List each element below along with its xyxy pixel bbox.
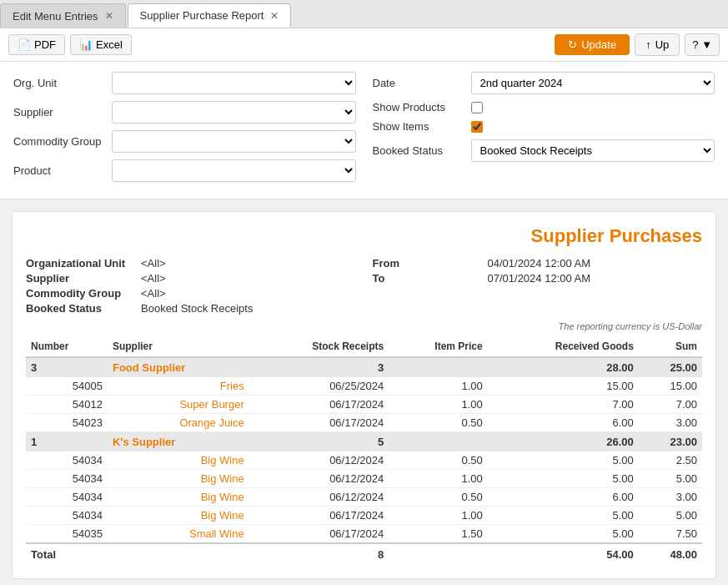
- meta-to-key: To: [373, 272, 481, 285]
- item-sum: 7.00: [639, 396, 702, 414]
- item-received-goods: 6.00: [488, 488, 639, 507]
- meta-commodity-value: <All>: [141, 287, 166, 300]
- item-name: Big Wine: [108, 470, 249, 488]
- table-group-row: 3 Food Supplier 3 28.00 25.00: [26, 357, 702, 377]
- date-label: Date: [373, 77, 464, 89]
- update-label: Update: [581, 38, 616, 51]
- table-row: 54012 Super Burger 06/17/2024 1.00 7.00 …: [26, 396, 702, 414]
- pdf-label: PDF: [34, 38, 56, 51]
- group-stock-receipts: 5: [249, 432, 389, 452]
- item-sum: 5.00: [639, 507, 702, 525]
- booked-status-label: Booked Status: [373, 144, 464, 157]
- tab-edit-menu[interactable]: Edit Menu Entries ✕: [0, 3, 126, 28]
- excel-button[interactable]: 📊 Excel: [70, 34, 132, 55]
- table-row: 54034 Big Wine 06/17/2024 1.00 5.00 5.00: [26, 507, 702, 525]
- item-number: 54012: [26, 396, 108, 414]
- tab-supplier-purchase[interactable]: Supplier Purchase Report ✕: [128, 3, 292, 28]
- up-button[interactable]: ↑ Up: [635, 33, 680, 56]
- group-id: 3: [26, 357, 108, 377]
- report-meta: Organizational Unit <All> Supplier <All>…: [26, 257, 702, 315]
- item-price: 0.50: [389, 451, 488, 470]
- item-date: 06/25/2024: [249, 377, 389, 396]
- item-date: 06/17/2024: [249, 414, 389, 432]
- item-number: 54034: [26, 488, 108, 507]
- report-table: Number Supplier Stock Receipts Item Pric…: [26, 336, 702, 565]
- item-number: 54034: [26, 507, 108, 525]
- item-sum: 5.00: [639, 470, 702, 488]
- item-name: Big Wine: [108, 488, 249, 507]
- total-sum: 48.00: [639, 543, 702, 565]
- item-sum: 3.00: [639, 414, 702, 432]
- total-label: Total: [26, 543, 249, 565]
- meta-from-key: From: [373, 257, 481, 270]
- group-name: Food Supplier: [108, 357, 249, 377]
- report-container: Supplier Purchases Organizational Unit <…: [12, 211, 716, 579]
- pdf-button[interactable]: 📄 PDF: [8, 34, 65, 55]
- meta-commodity-key: Commodity Group: [26, 287, 134, 300]
- table-group-row: 1 K's Supplier 5 26.00 23.00: [26, 432, 702, 452]
- meta-org-unit-key: Organizational Unit: [26, 257, 134, 270]
- item-name: Big Wine: [108, 507, 249, 525]
- show-items-checkbox[interactable]: [471, 121, 483, 133]
- group-item-price: [389, 432, 488, 452]
- commodity-group-select[interactable]: [112, 130, 356, 153]
- tab-close-supplier[interactable]: ✕: [270, 10, 279, 22]
- tab-close-edit-menu[interactable]: ✕: [105, 10, 113, 22]
- help-button[interactable]: ? ▼: [685, 33, 720, 56]
- item-sum: 7.50: [639, 525, 702, 544]
- group-received-goods: 26.00: [488, 432, 639, 452]
- product-select[interactable]: [112, 159, 356, 182]
- item-date: 06/17/2024: [249, 396, 389, 414]
- item-number: 54005: [26, 377, 108, 396]
- item-received-goods: 15.00: [488, 377, 639, 396]
- booked-status-select[interactable]: Booked Stock ReceiptsAllUnbooked: [471, 139, 715, 162]
- chevron-down-icon: ▼: [701, 38, 712, 51]
- group-sum: 23.00: [639, 432, 702, 452]
- table-row: 54035 Small Wine 06/17/2024 1.50 5.00 7.…: [26, 525, 702, 544]
- help-label: ?: [692, 38, 698, 51]
- col-supplier: Supplier: [108, 336, 249, 357]
- item-number: 54023: [26, 414, 108, 432]
- date-select[interactable]: 2nd quarter 2024: [471, 72, 715, 94]
- item-date: 06/12/2024: [249, 488, 389, 507]
- tabs-bar: Edit Menu Entries ✕ Supplier Purchase Re…: [0, 0, 728, 28]
- item-price: 1.00: [389, 507, 488, 525]
- total-received-goods: 54.00: [488, 543, 639, 565]
- item-date: 06/12/2024: [249, 470, 389, 488]
- group-sum: 25.00: [639, 357, 702, 377]
- excel-label: Excel: [96, 38, 123, 51]
- item-received-goods: 5.00: [488, 470, 639, 488]
- meta-from-value: 04/01/2024 12:00 AM: [488, 257, 591, 270]
- col-sum: Sum: [639, 336, 702, 357]
- item-price: 1.00: [389, 396, 488, 414]
- item-sum: 3.00: [639, 488, 702, 507]
- meta-booked-status-key: Booked Status: [26, 302, 134, 315]
- item-number: 54035: [26, 525, 108, 544]
- up-icon: ↑: [645, 38, 651, 51]
- item-name: Super Burger: [108, 396, 249, 414]
- group-stock-receipts: 3: [249, 357, 389, 377]
- table-total-row: Total 8 54.00 48.00: [26, 543, 702, 565]
- table-header-row: Number Supplier Stock Receipts Item Pric…: [26, 336, 702, 357]
- show-items-label: Show Items: [373, 120, 464, 133]
- update-button[interactable]: ↻ Update: [555, 34, 630, 55]
- meta-org-unit-value: <All>: [141, 257, 166, 270]
- table-row: 54034 Big Wine 06/12/2024 0.50 5.00 2.50: [26, 451, 702, 470]
- item-number: 54034: [26, 470, 108, 488]
- group-name: K's Supplier: [108, 432, 249, 452]
- item-price: 1.00: [389, 377, 488, 396]
- item-name: Orange Juice: [108, 414, 249, 432]
- total-item-price: [389, 543, 488, 565]
- table-row: 54005 Fries 06/25/2024 1.00 15.00 15.00: [26, 377, 702, 396]
- meta-to-value: 07/01/2024 12:00 AM: [488, 272, 591, 285]
- item-received-goods: 5.00: [488, 525, 639, 544]
- col-received-goods: Received Goods: [488, 336, 639, 357]
- col-item-price: Item Price: [389, 336, 488, 357]
- show-products-checkbox[interactable]: [471, 102, 483, 113]
- supplier-select[interactable]: [112, 101, 356, 124]
- table-row: 54034 Big Wine 06/12/2024 0.50 6.00 3.00: [26, 488, 702, 507]
- org-unit-select[interactable]: [112, 72, 356, 94]
- item-received-goods: 6.00: [488, 414, 639, 432]
- excel-icon: 📊: [79, 38, 93, 51]
- item-date: 06/12/2024: [249, 451, 389, 470]
